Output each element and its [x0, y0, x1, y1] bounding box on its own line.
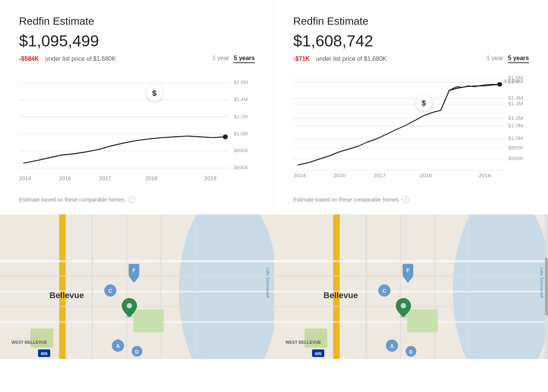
- svg-text:A: A: [116, 343, 120, 349]
- toggle-1year-1[interactable]: 1 year: [212, 55, 229, 63]
- svg-rect-88: [407, 309, 438, 332]
- svg-text:WEST BELLEVUE: WEST BELLEVUE: [11, 340, 47, 344]
- svg-text:Lake Sammamish: Lake Sammamish: [540, 268, 544, 298]
- under-price-1: -$584K: [19, 56, 39, 62]
- panel-2: Redfin Estimate $1,608,742 -$71K under l…: [274, 0, 548, 214]
- svg-text:2016: 2016: [333, 173, 346, 178]
- svg-text:$800K: $800K: [508, 156, 524, 161]
- svg-text:$1.6M: $1.6M: [504, 79, 519, 84]
- svg-text:Bellevue: Bellevue: [49, 290, 84, 300]
- under-price-2: -$71K: [293, 56, 310, 62]
- svg-text:405: 405: [315, 351, 322, 356]
- svg-text:$1.0M: $1.0M: [508, 123, 523, 129]
- svg-rect-83: [274, 306, 548, 307]
- svg-rect-52: [0, 306, 274, 307]
- svg-text:$1.2M: $1.2M: [234, 114, 248, 119]
- svg-text:$800K: $800K: [508, 145, 524, 151]
- svg-text:2019: 2019: [478, 173, 491, 178]
- svg-text:2014: 2014: [293, 173, 306, 178]
- svg-text:D: D: [409, 349, 413, 355]
- chart-svg-2: $1.4M $1.2M $1.0M $800K $1.6M $1.4M $1.2…: [293, 71, 529, 192]
- svg-text:$800K: $800K: [234, 148, 249, 154]
- svg-rect-53: [91, 214, 93, 359]
- svg-text:A: A: [390, 343, 394, 349]
- list-price-text-2: under list price of $1,680K: [316, 56, 387, 62]
- list-price-text-1: under list price of $1,680K: [45, 56, 116, 62]
- svg-rect-56: [194, 214, 196, 359]
- estimate-meta-1: -$584K under list price of $1,680K 1 yea…: [19, 55, 255, 63]
- time-toggles-2: 1 year 5 years: [486, 55, 529, 63]
- svg-text:$1.4M: $1.4M: [508, 95, 523, 101]
- svg-text:WEST BELLEVUE: WEST BELLEVUE: [285, 340, 321, 344]
- svg-text:C: C: [108, 288, 112, 294]
- svg-text:F: F: [406, 267, 410, 273]
- toggle-5years-1[interactable]: 5 years: [234, 55, 255, 63]
- svg-text:D: D: [135, 349, 139, 355]
- svg-text:2019: 2019: [204, 175, 217, 181]
- svg-point-12: [223, 134, 228, 139]
- svg-text:2017: 2017: [373, 173, 386, 178]
- svg-rect-80: [274, 290, 548, 293]
- toggle-1year-2[interactable]: 1 year: [486, 55, 503, 63]
- svg-text:$1.0M: $1.0M: [508, 136, 523, 141]
- estimate-label-2: Redfin Estimate: [293, 15, 529, 27]
- svg-rect-86: [434, 214, 436, 359]
- svg-text:2017: 2017: [99, 175, 111, 181]
- map-section: Bellevue WEST BELLEVUE Lake Sammamish 40…: [0, 214, 548, 359]
- svg-point-101: [401, 303, 406, 308]
- chart-2: $ $1.4M $1.2M $1.0M $800K: [293, 71, 529, 192]
- svg-text:Lake Sammamish: Lake Sammamish: [266, 268, 270, 298]
- svg-rect-47: [60, 214, 65, 359]
- svg-rect-48: [0, 260, 274, 262]
- svg-text:405: 405: [41, 351, 48, 356]
- svg-rect-55: [160, 214, 162, 359]
- svg-text:$1.6M: $1.6M: [234, 79, 248, 85]
- estimate-label-1: Redfin Estimate: [19, 15, 255, 27]
- svg-text:2014: 2014: [19, 175, 31, 181]
- svg-point-45: [179, 214, 274, 359]
- svg-rect-57: [133, 309, 164, 332]
- comparable-text-2: Estimate based on these comparable homes…: [293, 196, 529, 203]
- dollar-badge-1: $: [147, 85, 162, 101]
- estimate-value-1: $1,095,499: [19, 32, 255, 50]
- svg-text:$1.0M: $1.0M: [234, 131, 248, 136]
- estimate-value-2: $1,608,742: [293, 32, 529, 50]
- svg-point-37: [497, 82, 502, 87]
- chart-svg-1: $1.6M $1.4M $1.2M $1.0M $800K $600K 2014…: [19, 71, 255, 192]
- toggle-5years-2[interactable]: 5 years: [508, 55, 529, 63]
- map-panel-2[interactable]: Bellevue WEST BELLEVUE Lake Sammamish 40…: [274, 214, 548, 359]
- svg-rect-85: [400, 214, 401, 359]
- svg-point-70: [127, 303, 132, 308]
- svg-text:$1.2M: $1.2M: [508, 101, 523, 106]
- svg-text:Bellevue: Bellevue: [323, 290, 358, 300]
- svg-text:C: C: [382, 288, 386, 294]
- svg-text:F: F: [132, 267, 136, 273]
- svg-rect-58: [30, 329, 53, 348]
- dollar-badge-2: $: [416, 95, 432, 111]
- scrollbar-thumb[interactable]: [545, 258, 548, 316]
- map-svg-2: Bellevue WEST BELLEVUE Lake Sammamish 40…: [274, 214, 548, 359]
- svg-text:$1.4M: $1.4M: [234, 97, 248, 102]
- svg-text:2016: 2016: [59, 175, 71, 181]
- map-panel-1[interactable]: Bellevue WEST BELLEVUE Lake Sammamish 40…: [0, 214, 274, 359]
- scrollbar[interactable]: [545, 214, 548, 359]
- comparable-text-1: Estimate based on these comparable homes…: [19, 196, 255, 203]
- estimate-meta-2: -$71K under list price of $1,680K 1 year…: [293, 55, 529, 63]
- chart-1: $ $1.6M $1.4M $1.2M $1.0M $800K $600K: [19, 71, 255, 192]
- panel-1: Redfin Estimate $1,095,499 -$584K under …: [0, 0, 274, 214]
- svg-text:2018: 2018: [419, 173, 432, 178]
- time-toggles-1: 1 year 5 years: [212, 55, 255, 63]
- svg-text:$1.2M: $1.2M: [508, 116, 523, 121]
- svg-rect-79: [274, 260, 548, 262]
- svg-text:$600K: $600K: [234, 165, 249, 170]
- svg-rect-89: [304, 329, 327, 348]
- svg-rect-78: [334, 214, 339, 359]
- svg-point-76: [453, 214, 548, 359]
- svg-text:2018: 2018: [145, 175, 158, 181]
- svg-rect-49: [0, 290, 274, 293]
- svg-rect-54: [126, 214, 127, 359]
- info-icon-2[interactable]: i: [402, 196, 409, 203]
- info-icon-1[interactable]: i: [128, 196, 135, 203]
- svg-rect-87: [468, 214, 470, 359]
- svg-rect-84: [365, 214, 367, 359]
